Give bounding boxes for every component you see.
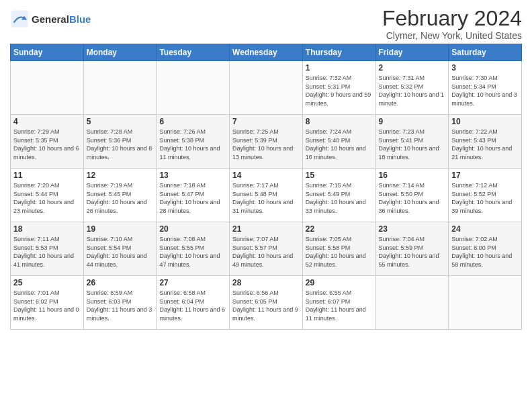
calendar-day-cell: 6Sunrise: 7:26 AMSunset: 5:38 PMDaylight…: [157, 115, 230, 169]
calendar-day-cell: 20Sunrise: 7:08 AMSunset: 5:55 PMDayligh…: [157, 222, 230, 276]
title-block: February 2024 Clymer, New York, United S…: [382, 7, 522, 41]
calendar-week-row: 4Sunrise: 7:29 AMSunset: 5:35 PMDaylight…: [11, 115, 522, 169]
calendar-week-row: 18Sunrise: 7:11 AMSunset: 5:53 PMDayligh…: [11, 222, 522, 276]
day-info: Sunrise: 7:30 AMSunset: 5:34 PMDaylight:…: [451, 74, 519, 107]
calendar-subtitle: Clymer, New York, United States: [382, 30, 522, 41]
day-number: 18: [13, 224, 81, 234]
calendar-day-cell: 17Sunrise: 7:12 AMSunset: 5:52 PMDayligh…: [449, 169, 522, 222]
day-number: 9: [379, 117, 446, 126]
calendar-day-cell: 7Sunrise: 7:25 AMSunset: 5:39 PMDaylight…: [230, 115, 303, 169]
day-number: 22: [306, 224, 373, 234]
day-number: 14: [232, 171, 300, 180]
weekday-header-row: Sunday Monday Tuesday Wednesday Thursday…: [11, 44, 522, 61]
header: GeneralBlue February 2024 Clymer, New Yo…: [10, 7, 522, 41]
day-info: Sunrise: 7:29 AMSunset: 5:35 PMDaylight:…: [13, 128, 81, 161]
calendar-day-cell: 12Sunrise: 7:19 AMSunset: 5:45 PMDayligh…: [83, 169, 157, 222]
calendar-day-cell: [157, 61, 230, 115]
day-info: Sunrise: 7:23 AMSunset: 5:41 PMDaylight:…: [379, 128, 446, 161]
day-info: Sunrise: 7:19 AMSunset: 5:45 PMDaylight:…: [87, 181, 154, 215]
day-number: 21: [232, 224, 300, 234]
day-number: 20: [159, 224, 226, 234]
day-number: 7: [232, 117, 300, 126]
header-friday: Friday: [375, 44, 449, 61]
day-number: 10: [451, 117, 519, 126]
day-info: Sunrise: 7:31 AMSunset: 5:32 PMDaylight:…: [379, 74, 446, 107]
calendar-day-cell: 14Sunrise: 7:17 AMSunset: 5:48 PMDayligh…: [230, 169, 303, 222]
header-wednesday: Wednesday: [230, 44, 303, 61]
day-info: Sunrise: 7:32 AMSunset: 5:31 PMDaylight:…: [306, 74, 373, 107]
day-number: 28: [232, 278, 300, 287]
day-number: 17: [451, 171, 519, 180]
calendar-day-cell: 16Sunrise: 7:14 AMSunset: 5:50 PMDayligh…: [375, 169, 449, 222]
calendar-day-cell: [11, 61, 84, 115]
header-sunday: Sunday: [11, 44, 84, 61]
day-info: Sunrise: 7:12 AMSunset: 5:52 PMDaylight:…: [451, 181, 519, 215]
day-number: 24: [451, 224, 519, 234]
calendar-table: Sunday Monday Tuesday Wednesday Thursday…: [10, 44, 522, 330]
calendar-day-cell: 23Sunrise: 7:04 AMSunset: 5:59 PMDayligh…: [375, 222, 449, 276]
day-info: Sunrise: 7:15 AMSunset: 5:49 PMDaylight:…: [306, 181, 373, 215]
calendar-day-cell: 9Sunrise: 7:23 AMSunset: 5:41 PMDaylight…: [375, 115, 449, 169]
calendar-day-cell: [449, 276, 522, 330]
day-info: Sunrise: 7:07 AMSunset: 5:57 PMDaylight:…: [232, 235, 300, 269]
calendar-day-cell: 5Sunrise: 7:28 AMSunset: 5:36 PMDaylight…: [83, 115, 157, 169]
day-number: 19: [87, 224, 154, 234]
day-number: 26: [87, 278, 154, 287]
day-info: Sunrise: 7:14 AMSunset: 5:50 PMDaylight:…: [379, 181, 446, 215]
calendar-day-cell: 15Sunrise: 7:15 AMSunset: 5:49 PMDayligh…: [302, 169, 375, 222]
calendar-day-cell: 26Sunrise: 6:59 AMSunset: 6:03 PMDayligh…: [83, 276, 157, 330]
calendar-day-cell: 29Sunrise: 6:55 AMSunset: 6:07 PMDayligh…: [302, 276, 375, 330]
calendar-day-cell: 25Sunrise: 7:01 AMSunset: 6:02 PMDayligh…: [11, 276, 84, 330]
day-info: Sunrise: 7:26 AMSunset: 5:38 PMDaylight:…: [159, 128, 226, 161]
calendar-day-cell: 19Sunrise: 7:10 AMSunset: 5:54 PMDayligh…: [83, 222, 157, 276]
day-info: Sunrise: 6:59 AMSunset: 6:03 PMDaylight:…: [87, 289, 154, 322]
day-info: Sunrise: 7:11 AMSunset: 5:53 PMDaylight:…: [13, 235, 81, 269]
calendar-title: February 2024: [382, 7, 522, 30]
calendar-day-cell: 18Sunrise: 7:11 AMSunset: 5:53 PMDayligh…: [11, 222, 84, 276]
day-number: 16: [379, 171, 446, 180]
calendar-day-cell: 27Sunrise: 6:58 AMSunset: 6:04 PMDayligh…: [157, 276, 230, 330]
logo: GeneralBlue: [10, 9, 91, 28]
day-number: 8: [306, 117, 373, 126]
day-number: 13: [159, 171, 226, 180]
calendar-body: 1Sunrise: 7:32 AMSunset: 5:31 PMDaylight…: [11, 61, 522, 330]
day-info: Sunrise: 7:05 AMSunset: 5:58 PMDaylight:…: [306, 235, 373, 269]
day-number: 5: [87, 117, 154, 126]
calendar-day-cell: 2Sunrise: 7:31 AMSunset: 5:32 PMDaylight…: [375, 61, 449, 115]
calendar-page: GeneralBlue February 2024 Clymer, New Yo…: [0, 0, 532, 336]
calendar-week-row: 25Sunrise: 7:01 AMSunset: 6:02 PMDayligh…: [11, 276, 522, 330]
day-info: Sunrise: 7:25 AMSunset: 5:39 PMDaylight:…: [232, 128, 300, 161]
day-number: 6: [159, 117, 226, 126]
day-info: Sunrise: 7:18 AMSunset: 5:47 PMDaylight:…: [159, 181, 226, 215]
day-number: 4: [13, 117, 81, 126]
day-info: Sunrise: 7:02 AMSunset: 6:00 PMDaylight:…: [451, 235, 519, 269]
day-info: Sunrise: 7:20 AMSunset: 5:44 PMDaylight:…: [13, 181, 81, 215]
day-number: 11: [13, 171, 81, 180]
calendar-day-cell: [83, 61, 157, 115]
calendar-day-cell: 11Sunrise: 7:20 AMSunset: 5:44 PMDayligh…: [11, 169, 84, 222]
day-info: Sunrise: 7:24 AMSunset: 5:40 PMDaylight:…: [306, 128, 373, 161]
header-monday: Monday: [83, 44, 157, 61]
calendar-day-cell: 21Sunrise: 7:07 AMSunset: 5:57 PMDayligh…: [230, 222, 303, 276]
day-info: Sunrise: 6:56 AMSunset: 6:05 PMDaylight:…: [232, 289, 300, 322]
day-number: 12: [87, 171, 154, 180]
day-number: 1: [306, 63, 373, 73]
day-info: Sunrise: 6:55 AMSunset: 6:07 PMDaylight:…: [306, 289, 373, 322]
day-number: 2: [379, 63, 446, 73]
calendar-day-cell: 1Sunrise: 7:32 AMSunset: 5:31 PMDaylight…: [302, 61, 375, 115]
calendar-day-cell: 28Sunrise: 6:56 AMSunset: 6:05 PMDayligh…: [230, 276, 303, 330]
day-info: Sunrise: 6:58 AMSunset: 6:04 PMDaylight:…: [159, 289, 226, 322]
header-thursday: Thursday: [302, 44, 375, 61]
calendar-day-cell: 3Sunrise: 7:30 AMSunset: 5:34 PMDaylight…: [449, 61, 522, 115]
calendar-week-row: 11Sunrise: 7:20 AMSunset: 5:44 PMDayligh…: [11, 169, 522, 222]
calendar-day-cell: 8Sunrise: 7:24 AMSunset: 5:40 PMDaylight…: [302, 115, 375, 169]
logo-icon: [10, 9, 29, 28]
day-info: Sunrise: 7:28 AMSunset: 5:36 PMDaylight:…: [87, 128, 154, 161]
day-number: 15: [306, 171, 373, 180]
day-info: Sunrise: 7:10 AMSunset: 5:54 PMDaylight:…: [87, 235, 154, 269]
calendar-day-cell: [375, 276, 449, 330]
calendar-week-row: 1Sunrise: 7:32 AMSunset: 5:31 PMDaylight…: [11, 61, 522, 115]
day-info: Sunrise: 7:17 AMSunset: 5:48 PMDaylight:…: [232, 181, 300, 215]
day-info: Sunrise: 7:08 AMSunset: 5:55 PMDaylight:…: [159, 235, 226, 269]
calendar-day-cell: [230, 61, 303, 115]
